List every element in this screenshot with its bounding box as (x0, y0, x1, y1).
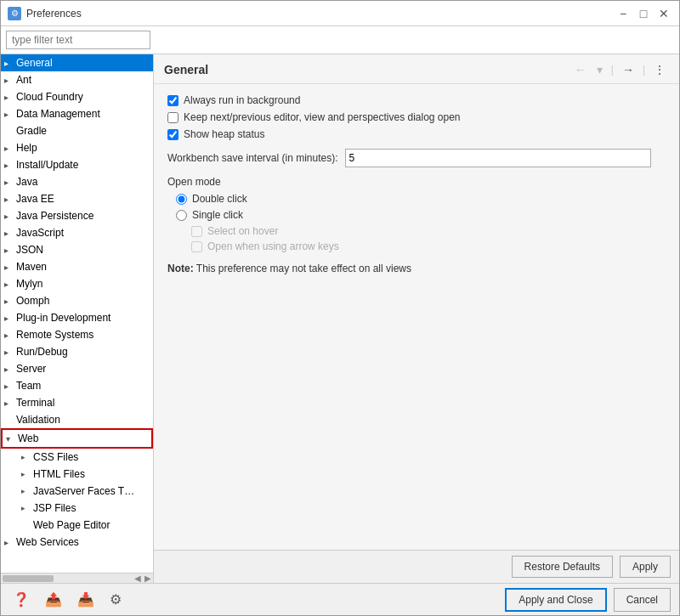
settings-icon-button[interactable]: ⚙ (106, 588, 125, 611)
arrow-icon: ▸ (4, 229, 16, 238)
sidebar-item-label: Mylyn (16, 278, 42, 290)
sidebar-item-server[interactable]: ▸ Server (1, 360, 153, 377)
arrow-icon: ▸ (4, 398, 16, 408)
nav-separator: | (643, 64, 645, 76)
sidebar-item-label: CSS Files (33, 451, 78, 463)
sidebar-item-data-management[interactable]: ▸ Data Management (1, 105, 153, 122)
sidebar-item-label: Web (18, 432, 38, 444)
workbench-save-label: Workbench save interval (in minutes): (167, 152, 338, 164)
sidebar-item-java-ee[interactable]: ▸ Java EE (1, 190, 153, 207)
sidebar-item-label: Java (16, 176, 37, 188)
cancel-button[interactable]: Cancel (614, 588, 671, 612)
sidebar-item-install-update[interactable]: ▸ Install/Update (1, 156, 153, 173)
double-click-label: Double click (192, 193, 247, 205)
single-click-radio[interactable] (176, 210, 187, 221)
sidebar-item-label: Java Persistence (16, 210, 94, 222)
workbench-save-input[interactable] (345, 149, 651, 167)
sidebar-item-run-debug[interactable]: ▸ Run/Debug (1, 343, 153, 360)
apply-button[interactable]: Apply (620, 556, 671, 578)
sidebar-item-label: Terminal (16, 397, 54, 409)
sidebar-item-javascript[interactable]: ▸ JavaScript (1, 224, 153, 241)
nav-dropdown-button[interactable]: ▾ (593, 61, 606, 78)
note-text: Note: This preference may not take effec… (167, 263, 666, 274)
import-icon-button[interactable]: 📥 (74, 588, 98, 611)
nav-more-button[interactable]: ⋮ (650, 61, 669, 78)
sidebar-item-plugin-development[interactable]: ▸ Plug-in Development (1, 309, 153, 326)
arrow-icon: ▸ (4, 161, 16, 170)
sidebar-item-help[interactable]: ▸ Help (1, 139, 153, 156)
sidebar-item-json[interactable]: ▸ JSON (1, 241, 153, 258)
arrow-icon: ▸ (4, 93, 16, 102)
apply-and-close-button[interactable]: Apply and Close (505, 588, 606, 612)
sidebar-item-label: Run/Debug (16, 346, 68, 358)
sidebar-item-cloud-foundry[interactable]: ▸ Cloud Foundry (1, 88, 153, 105)
open-arrow-keys-row: Open when using arrow keys (191, 240, 666, 252)
sidebar-item-label: Plug-in Development (16, 312, 110, 324)
footer: ❓ 📤 📥 ⚙ Apply and Close Cancel (1, 583, 679, 615)
arrow-icon: ▸ (4, 348, 16, 357)
double-click-radio[interactable] (176, 194, 187, 205)
sidebar-item-html-files[interactable]: ▸ HTML Files (1, 466, 153, 483)
sidebar-item-label: HTML Files (33, 468, 85, 480)
sidebar-item-label: Oomph (16, 295, 49, 307)
show-heap-checkbox[interactable] (167, 129, 178, 140)
sidebar-item-oomph[interactable]: ▸ Oomph (1, 292, 153, 309)
settings-icon: ⚙ (110, 591, 122, 608)
select-hover-row: Select on hover (191, 225, 666, 237)
open-arrow-keys-checkbox[interactable] (191, 241, 202, 252)
filter-input[interactable] (6, 31, 150, 49)
sidebar-item-ant[interactable]: ▸ Ant (1, 71, 153, 88)
minimize-button[interactable]: − (615, 5, 632, 22)
nav-back-button[interactable]: ← (571, 61, 590, 78)
arrow-icon: ▸ (21, 470, 33, 478)
arrow-icon: ▸ (4, 381, 16, 391)
window-controls: − □ ✕ (615, 5, 672, 22)
note-content: This preference may not take effect on a… (196, 263, 411, 274)
sidebar-item-java-persistence[interactable]: ▸ Java Persistence (1, 207, 153, 224)
nav-forward-button[interactable]: → (619, 61, 638, 78)
sidebar-item-web-services[interactable]: ▸ Web Services (1, 534, 153, 551)
help-icon-button[interactable]: ❓ (9, 588, 33, 611)
always-run-bg-checkbox[interactable] (167, 95, 178, 106)
sidebar-item-label: Maven (16, 261, 47, 273)
arrow-icon: ▸ (4, 246, 16, 255)
checkbox-show-heap: Show heap status (167, 128, 666, 140)
window-title: Preferences (26, 8, 615, 20)
right-panel: General ← ▾ | → | ⋮ Always run in backgr… (154, 54, 679, 583)
sidebar-item-remote-systems[interactable]: ▸ Remote Systems (1, 326, 153, 343)
sidebar-item-label: Help (16, 142, 37, 154)
sidebar-item-team[interactable]: ▸ Team (1, 377, 153, 394)
sidebar-hscroll[interactable]: ◀ ▶ (1, 573, 153, 583)
sidebar-item-java[interactable]: ▸ Java (1, 173, 153, 190)
help-icon: ❓ (13, 591, 30, 608)
sidebar-item-label: Data Management (16, 108, 100, 120)
sidebar-item-validation[interactable]: ▸ Validation (1, 411, 153, 428)
export-icon-button[interactable]: 📤 (42, 588, 65, 611)
restore-defaults-button[interactable]: Restore Defaults (512, 556, 613, 578)
arrow-icon: ▸ (4, 314, 16, 323)
arrow-icon: ▸ (4, 297, 16, 306)
sidebar-item-label: Java EE (16, 193, 54, 205)
close-button[interactable]: ✕ (655, 5, 672, 22)
keep-next-prev-checkbox[interactable] (167, 112, 178, 123)
sidebar-item-css-files[interactable]: ▸ CSS Files (1, 449, 153, 466)
sidebar-item-terminal[interactable]: ▸ Terminal (1, 394, 153, 411)
sidebar-item-gradle[interactable]: ▸ Gradle (1, 122, 153, 139)
sidebar-item-label: Server (16, 363, 46, 375)
open-mode-radio-group: Double click Single click (176, 193, 666, 221)
sidebar-item-mylyn[interactable]: ▸ Mylyn (1, 275, 153, 292)
arrow-icon: ▸ (4, 195, 16, 204)
sidebar-item-web[interactable]: ▾ Web (3, 430, 151, 447)
sidebar-item-label: JSP Files (33, 502, 76, 514)
sidebar-item-web-page-editor[interactable]: ▸ Web Page Editor (1, 517, 153, 534)
web-item-container: ▾ Web (1, 428, 153, 449)
select-hover-checkbox[interactable] (191, 226, 202, 237)
arrow-icon: ▾ (6, 434, 18, 444)
sidebar-item-general[interactable]: ▸ General (1, 54, 153, 71)
maximize-button[interactable]: □ (635, 5, 652, 22)
sidebar-item-javaserver-faces[interactable]: ▸ JavaServer Faces T… (1, 483, 153, 500)
open-mode-label: Open mode (167, 176, 666, 188)
sidebar-item-jsp-files[interactable]: ▸ JSP Files (1, 500, 153, 517)
arrow-icon: ▸ (4, 59, 16, 68)
sidebar-item-maven[interactable]: ▸ Maven (1, 258, 153, 275)
